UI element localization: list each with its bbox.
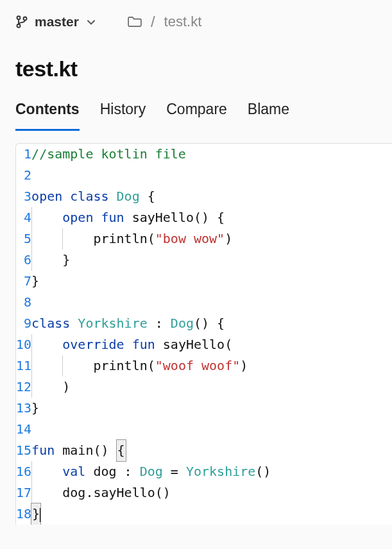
- svg-point-0: [17, 16, 21, 19]
- code-line: 12 ): [16, 376, 392, 398]
- code-table: 1//sample kotlin file2 3open class Dog {…: [16, 144, 392, 525]
- code-content[interactable]: }: [31, 398, 392, 419]
- code-line: 4 open fun sayHello() {: [16, 207, 392, 228]
- code-content[interactable]: //sample kotlin file: [31, 144, 392, 165]
- code-line: 5 println("bow wow"): [16, 228, 392, 249]
- git-branch-icon: [15, 15, 28, 29]
- code-line: 10 override fun sayHello(: [16, 334, 392, 355]
- line-number[interactable]: 9: [16, 313, 31, 334]
- line-number[interactable]: 10: [16, 334, 31, 355]
- code-line: 16 val dog : Dog = Yorkshire(): [16, 461, 392, 482]
- code-line: 11 println("woof woof"): [16, 355, 392, 376]
- svg-point-1: [17, 24, 21, 28]
- code-line: 18}: [16, 503, 392, 525]
- code-content[interactable]: override fun sayHello(: [31, 334, 392, 355]
- line-number[interactable]: 11: [16, 355, 31, 376]
- branch-selector[interactable]: master: [15, 14, 97, 30]
- code-line: 1//sample kotlin file: [16, 144, 392, 165]
- line-number[interactable]: 7: [16, 271, 31, 292]
- code-content[interactable]: }: [31, 503, 392, 525]
- line-number[interactable]: 17: [16, 482, 31, 503]
- line-number[interactable]: 13: [16, 398, 31, 419]
- code-line: 9class Yorkshire : Dog() {: [16, 313, 392, 334]
- line-number[interactable]: 3: [16, 186, 31, 207]
- code-line: 6 }: [16, 249, 392, 271]
- line-number[interactable]: 6: [16, 249, 31, 271]
- code-line: 3open class Dog {: [16, 186, 392, 207]
- folder-icon[interactable]: [128, 15, 142, 28]
- code-line: 13}: [16, 398, 392, 419]
- line-number[interactable]: 5: [16, 228, 31, 249]
- breadcrumb-file[interactable]: test.kt: [164, 13, 202, 30]
- top-bar: master / test.kt: [0, 0, 392, 44]
- breadcrumb: / test.kt: [128, 13, 201, 31]
- code-content[interactable]: }: [31, 249, 392, 271]
- code-content[interactable]: }: [31, 271, 392, 292]
- line-number[interactable]: 1: [16, 144, 31, 165]
- code-line: 2: [16, 165, 392, 186]
- breadcrumb-separator: /: [151, 13, 155, 31]
- code-line: 15fun main() {: [16, 440, 392, 461]
- code-line: 8: [16, 292, 392, 313]
- code-line: 7}: [16, 271, 392, 292]
- line-number[interactable]: 18: [16, 503, 31, 525]
- branch-name: master: [35, 14, 79, 30]
- code-content[interactable]: [31, 292, 392, 313]
- tab-blame[interactable]: Blame: [248, 101, 289, 130]
- line-number[interactable]: 12: [16, 376, 31, 398]
- code-line: 14: [16, 419, 392, 440]
- svg-point-2: [24, 17, 27, 21]
- line-number[interactable]: 15: [16, 440, 31, 461]
- code-content[interactable]: val dog : Dog = Yorkshire(): [31, 461, 392, 482]
- code-viewer[interactable]: 1//sample kotlin file2 3open class Dog {…: [15, 143, 392, 525]
- code-content[interactable]: fun main() {: [31, 440, 392, 461]
- code-line: 17 dog.sayHello(): [16, 482, 392, 503]
- line-number[interactable]: 14: [16, 419, 31, 440]
- code-content[interactable]: open class Dog {: [31, 186, 392, 207]
- code-content[interactable]: println("woof woof"): [31, 355, 392, 376]
- code-content[interactable]: [31, 419, 392, 440]
- tab-history[interactable]: History: [100, 101, 146, 130]
- code-content[interactable]: class Yorkshire : Dog() {: [31, 313, 392, 334]
- tabs: ContentsHistoryCompareBlame: [0, 101, 392, 130]
- tab-compare[interactable]: Compare: [166, 101, 227, 130]
- code-content[interactable]: println("bow wow"): [31, 228, 392, 249]
- code-body: 1//sample kotlin file2 3open class Dog {…: [16, 144, 392, 525]
- tab-contents[interactable]: Contents: [15, 101, 80, 130]
- code-content[interactable]: [31, 165, 392, 186]
- line-number[interactable]: 2: [16, 165, 31, 186]
- line-number[interactable]: 4: [16, 207, 31, 228]
- page-title: test.kt: [0, 44, 392, 101]
- code-content[interactable]: dog.sayHello(): [31, 482, 392, 503]
- line-number[interactable]: 8: [16, 292, 31, 313]
- chevron-down-icon: [85, 16, 97, 28]
- code-content[interactable]: open fun sayHello() {: [31, 207, 392, 228]
- line-number[interactable]: 16: [16, 461, 31, 482]
- code-content[interactable]: ): [31, 376, 392, 398]
